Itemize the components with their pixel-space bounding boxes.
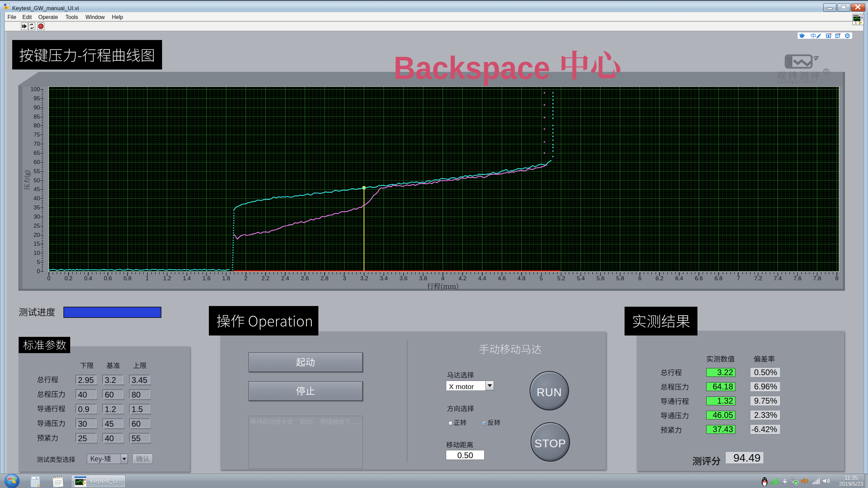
svg-text:6: 6 <box>36 477 38 480</box>
svg-text:1: 1 <box>855 21 857 25</box>
